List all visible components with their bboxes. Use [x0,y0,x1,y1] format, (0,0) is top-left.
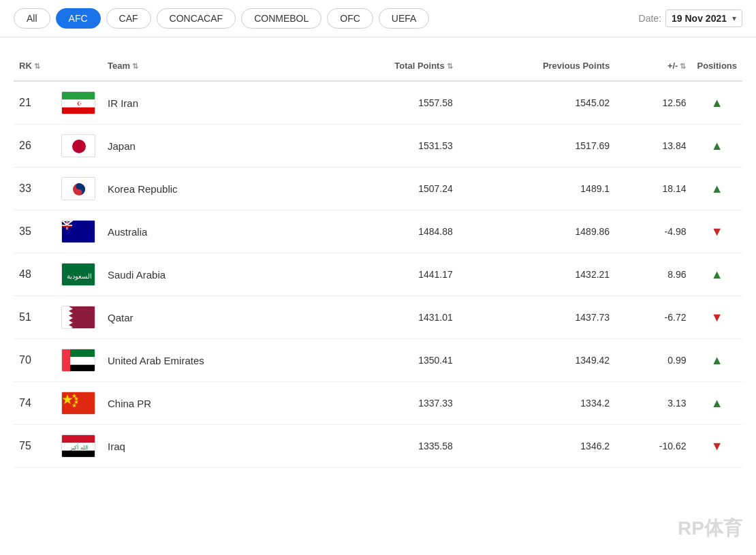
team-name-cell: Qatar [102,296,319,339]
svg-rect-20 [70,357,95,364]
position-arrow-cell: ▲ [691,339,742,382]
col-header-change[interactable]: +/- [615,51,691,81]
table-body: 21 ☪ IR Iran 1557.58 1545.02 12.56 ▲ 26 … [14,81,742,468]
table-row: 35 Australia 1484.88 1489.86 -4.98 ▼ [14,210,742,253]
prev-points-cell: 1489.1 [458,168,615,210]
flag-cell [54,339,102,382]
total-points-cell: 1441.17 [319,253,458,296]
date-dropdown-wrapper[interactable]: 19 Nov 2021 ▾ [665,10,742,27]
svg-rect-0 [62,92,95,99]
rankings-table-container: RK Team Total Points Previous Points +/-… [0,51,756,468]
table-row: 21 ☪ IR Iran 1557.58 1545.02 12.56 ▲ [14,81,742,125]
arrow-down-icon: ▼ [711,311,723,324]
flag-cell: ‫السعودية‬ [54,253,102,296]
flag-cell [54,382,102,425]
flag-cell [54,296,102,339]
arrow-up-icon: ▲ [711,268,723,281]
table-row: 51 Qatar 1431.01 1437.73 -6.72 ▼ [14,296,742,339]
table-row: 48 ‫السعودية‬ Saudi Arabia 1441.17 1432.… [14,253,742,296]
team-flag [61,392,95,415]
svg-rect-30 [62,451,95,458]
rank-cell: 51 [14,296,54,339]
prev-points-cell: 1432.21 [458,253,615,296]
team-flag: الله أكبر [61,434,95,458]
team-name-cell: Australia [102,210,319,253]
date-section: Date: 19 Nov 2021 ▾ [639,10,742,27]
flag-cell [54,125,102,168]
filter-btn-concacaf[interactable]: CONCACAF [157,8,236,29]
svg-rect-22 [62,392,95,415]
total-points-cell: 1557.58 [319,81,458,125]
position-arrow-cell: ▲ [691,168,742,210]
svg-rect-16 [62,306,69,329]
team-flag [61,177,95,200]
team-name-cell: IR Iran [102,81,319,125]
filter-btn-ofc[interactable]: OFC [327,8,373,29]
watermark: RP体育 [678,516,742,541]
table-row: 75 الله أكبر Iraq 1335.58 1346.2 -10.62 … [14,425,742,468]
filter-btn-uefa[interactable]: UEFA [379,8,430,29]
arrow-up-icon: ▲ [711,96,723,110]
flag-cell: ☪ [54,81,102,125]
change-cell: 12.56 [615,81,691,125]
svg-rect-21 [70,365,95,372]
prev-points-cell: 1334.2 [458,382,615,425]
position-arrow-cell: ▼ [691,425,742,468]
total-points-cell: 1350.41 [319,339,458,382]
filter-btn-all[interactable]: All [14,8,50,29]
team-flag [61,134,95,157]
col-header-total-points[interactable]: Total Points [319,51,458,81]
team-flag [61,220,95,243]
arrow-up-icon: ▲ [711,353,723,367]
change-cell: 18.14 [615,168,691,210]
prev-points-cell: 1346.2 [458,425,615,468]
arrow-up-icon: ▲ [711,396,723,410]
date-value: 19 Nov 2021 [672,13,727,24]
team-name-cell: Saudi Arabia [102,253,319,296]
total-points-cell: 1531.53 [319,125,458,168]
team-name-cell: Japan [102,125,319,168]
change-cell: -4.98 [615,210,691,253]
date-label: Date: [639,13,661,24]
position-arrow-cell: ▼ [691,210,742,253]
change-cell: -10.62 [615,425,691,468]
filter-btn-caf[interactable]: CAF [106,8,151,29]
table-row: 74 China PR 1337.33 1334.2 3.13 ▲ [14,382,742,425]
team-flag [61,349,95,372]
col-header-rk[interactable]: RK [14,51,54,81]
position-arrow-cell: ▲ [691,382,742,425]
team-name-cell: China PR [102,382,319,425]
arrow-up-icon: ▲ [711,182,723,195]
total-points-cell: 1431.01 [319,296,458,339]
change-cell: 13.84 [615,125,691,168]
prev-points-cell: 1545.02 [458,81,615,125]
col-header-previous-points: Previous Points [458,51,615,81]
change-cell: 8.96 [615,253,691,296]
svg-rect-19 [70,349,95,357]
rank-cell: 75 [14,425,54,468]
filter-btn-afc[interactable]: AFC [56,8,101,29]
filter-bar: AllAFCCAFCONCACAFCONMEBOLOFCUEFA Date: 1… [0,0,756,37]
team-flag: ☪ [61,91,95,114]
rank-cell: 26 [14,125,54,168]
rank-cell: 33 [14,168,54,210]
rank-cell: 74 [14,382,54,425]
rank-cell: 70 [14,339,54,382]
svg-point-5 [72,140,86,153]
team-name-cell: Iraq [102,425,319,468]
prev-points-cell: 1517.69 [458,125,615,168]
prev-points-cell: 1349.42 [458,339,615,382]
chevron-down-icon: ▾ [732,14,736,23]
flag-cell [54,168,102,210]
arrow-down-icon: ▼ [711,225,723,238]
position-arrow-cell: ▼ [691,296,742,339]
prev-points-cell: 1437.73 [458,296,615,339]
change-cell: 3.13 [615,382,691,425]
svg-rect-28 [62,435,95,443]
table-row: 33 Korea Republic 1507.24 1489.1 18.14 ▲ [14,168,742,210]
filter-buttons: AllAFCCAFCONCACAFCONMEBOLOFCUEFA [14,8,429,29]
col-header-flag [54,51,102,81]
filter-btn-conmebol[interactable]: CONMEBOL [241,8,321,29]
svg-rect-2 [62,108,95,114]
col-header-team[interactable]: Team [102,51,319,81]
